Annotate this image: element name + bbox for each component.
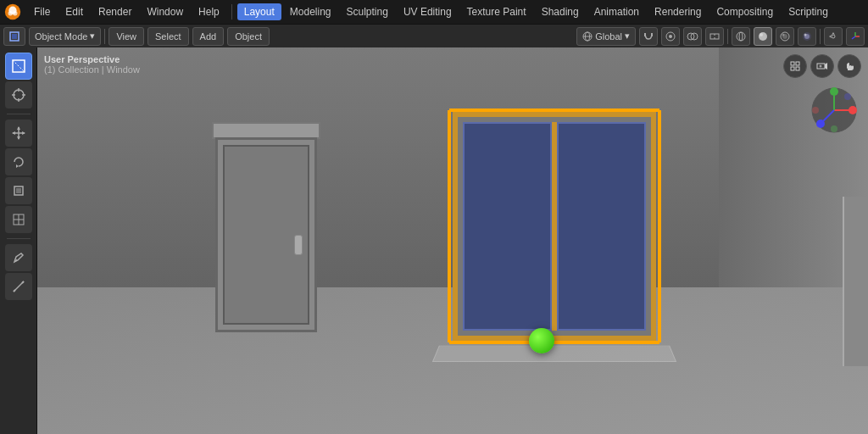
svg-point-3 — [8, 11, 14, 15]
svg-marker-40 — [17, 126, 20, 130]
toolbar-bar: Object Mode ▾ View Select Add Object Glo… — [0, 24, 868, 47]
tool-move[interactable] — [5, 120, 32, 147]
menu-shading[interactable]: Shading — [535, 3, 586, 20]
tool-transform[interactable] — [5, 206, 32, 233]
menu-modeling[interactable]: Modeling — [283, 3, 338, 20]
top-menu-bar: File Edit Render Window Help Layout Mode… — [0, 0, 868, 24]
move-tool-icon — [11, 125, 26, 141]
view-button[interactable]: View — [108, 27, 144, 46]
svg-marker-44 — [16, 164, 19, 168]
svg-rect-57 — [796, 67, 799, 70]
svg-point-66 — [830, 87, 838, 96]
transform-pivot-btn[interactable] — [824, 27, 843, 46]
svg-point-18 — [739, 32, 743, 41]
ortho-toggle-btn[interactable] — [783, 54, 807, 78]
shading-rendered-btn[interactable] — [798, 27, 816, 46]
svg-marker-42 — [12, 131, 15, 135]
svg-line-32 — [13, 60, 25, 72]
selection-wire-left — [448, 110, 449, 342]
svg-point-68 — [816, 120, 825, 128]
global-select[interactable]: Global ▾ — [576, 27, 636, 46]
tool-annotate[interactable] — [5, 244, 32, 271]
svg-point-27 — [832, 35, 835, 38]
overlay-icon-btn[interactable] — [683, 27, 702, 46]
camera-view-btn[interactable] — [810, 54, 834, 78]
viewport-3d[interactable]: User Perspective (1) Collection | Window — [37, 47, 868, 434]
menu-render[interactable]: Render — [92, 3, 138, 20]
shading-material-btn[interactable] — [776, 27, 794, 46]
transform-orient-icon — [849, 31, 861, 42]
xray-icon-btn[interactable] — [705, 27, 724, 46]
menu-sculpting[interactable]: Sculpting — [340, 3, 395, 20]
snap-icon-btn[interactable] — [639, 27, 658, 46]
svg-point-2 — [13, 11, 18, 15]
object-mode-chevron: ▾ — [90, 31, 95, 42]
xray-icon — [709, 31, 721, 42]
move-viewport-btn[interactable] — [837, 54, 861, 78]
shading-wire-btn[interactable] — [732, 27, 750, 46]
add-button[interactable]: Add — [192, 27, 225, 46]
svg-rect-46 — [16, 188, 21, 193]
menu-animation[interactable]: Animation — [587, 3, 646, 20]
selection-wire-right — [659, 110, 661, 342]
tool-measure[interactable] — [5, 273, 32, 300]
object-mode-icon — [8, 30, 21, 43]
transform-tool-icon — [11, 212, 26, 227]
door-top-bar — [212, 122, 320, 139]
floor-tile — [432, 346, 676, 362]
svg-line-30 — [852, 36, 855, 39]
svg-rect-61 — [847, 64, 849, 69]
object-button[interactable]: Object — [227, 27, 270, 46]
measure-tool-icon — [11, 279, 26, 294]
transform-orient-btn[interactable] — [846, 27, 865, 46]
scale-tool-icon — [11, 183, 26, 198]
svg-rect-55 — [796, 62, 799, 65]
menu-compositing[interactable]: Compositing — [709, 3, 780, 20]
global-label: Global — [595, 31, 622, 42]
svg-point-20 — [760, 33, 763, 36]
svg-line-53 — [22, 281, 24, 283]
menu-rendering[interactable]: Rendering — [648, 3, 708, 20]
svg-point-70 — [831, 125, 837, 132]
closed-door — [215, 137, 317, 332]
svg-point-64 — [849, 106, 857, 114]
selection-wire-bottom — [448, 341, 661, 342]
menu-scripting[interactable]: Scripting — [782, 3, 835, 20]
menu-help[interactable]: Help — [192, 3, 226, 20]
double-door-selected[interactable] — [453, 112, 656, 341]
mode-icon-btn[interactable] — [3, 27, 25, 46]
tool-select[interactable] — [5, 53, 32, 80]
svg-point-26 — [804, 33, 807, 36]
tool-scale[interactable] — [5, 177, 32, 204]
cursor-tool-icon — [11, 87, 26, 103]
double-door-left-panel — [463, 122, 552, 331]
ortho-grid-icon — [789, 60, 801, 72]
navigation-gizmo[interactable] — [809, 85, 860, 136]
blender-logo-icon — [3, 3, 22, 21]
menu-layout[interactable]: Layout — [237, 3, 281, 20]
pivot-icon — [827, 31, 839, 42]
select-tool-icon — [11, 58, 26, 74]
annotate-tool-icon — [11, 250, 26, 265]
menu-window[interactable]: Window — [140, 3, 190, 20]
menu-uv-editing[interactable]: UV Editing — [397, 3, 459, 20]
proportional-edit-icon — [665, 31, 676, 42]
shading-solid-btn[interactable] — [754, 27, 772, 46]
rotate-tool-icon — [11, 154, 26, 170]
viewport-corner-controls — [783, 54, 861, 78]
door-frame — [215, 137, 317, 332]
svg-line-52 — [14, 290, 15, 292]
material-icon — [779, 31, 791, 42]
left-toolbar — [0, 47, 37, 434]
menu-edit[interactable]: Edit — [58, 3, 90, 20]
tool-cursor[interactable] — [5, 81, 32, 108]
menu-texture-paint[interactable]: Texture Paint — [460, 3, 533, 20]
proportional-icon-btn[interactable] — [661, 27, 680, 46]
object-mode-select[interactable]: Object Mode ▾ — [29, 27, 101, 46]
hand-icon — [843, 60, 855, 72]
svg-point-60 — [820, 65, 822, 68]
tool-rotate[interactable] — [5, 148, 32, 175]
select-button[interactable]: Select — [147, 27, 189, 46]
svg-point-12 — [669, 35, 672, 38]
menu-file[interactable]: File — [27, 3, 57, 20]
